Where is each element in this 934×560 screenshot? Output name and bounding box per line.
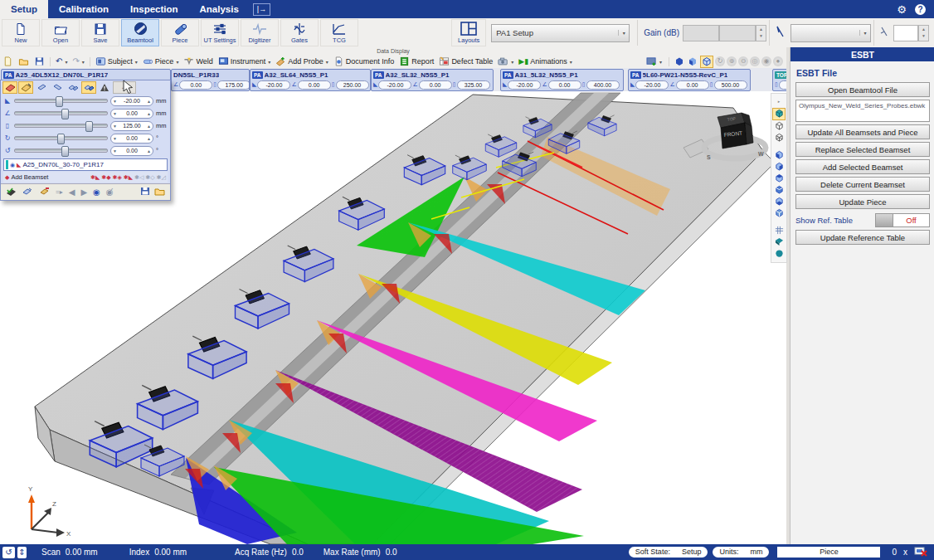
beamset-type-icon[interactable]: ✱◈ <box>113 174 122 181</box>
view-front-icon[interactable] <box>773 150 785 161</box>
slider-value-spinner[interactable]: ▼0.00▲ <box>110 134 153 144</box>
probe-pair-icon[interactable] <box>66 81 80 94</box>
zoom-out-icon[interactable]: ⊖ <box>738 56 748 66</box>
dd-save-icon[interactable] <box>32 56 47 66</box>
slider-thumb[interactable] <box>61 146 69 157</box>
probe-position-field[interactable]: 0.00 <box>676 80 709 90</box>
display-add-icon[interactable]: ▾ <box>644 56 664 66</box>
subject-menu[interactable]: Subject▾ <box>93 56 140 66</box>
collapse-handle-icon[interactable]: ▸ <box>773 96 785 107</box>
rotate-view-icon[interactable]: ↻ <box>715 56 725 66</box>
probe-position-field[interactable]: 175.00 <box>217 80 250 90</box>
help-icon[interactable]: ? <box>915 4 926 15</box>
zoom-fit-icon[interactable]: ◎ <box>750 56 760 66</box>
update-piece-button[interactable]: Update Piece <box>795 194 930 209</box>
sphere-teal-icon[interactable] <box>773 249 785 260</box>
add-probe-menu[interactable]: Add Probe▾ <box>273 56 331 66</box>
tab-calibration[interactable]: Calibration <box>48 0 119 18</box>
slider-value-spinner[interactable]: ▼-20.00▲ <box>110 96 153 106</box>
instrument-menu[interactable]: Instrument▾ <box>216 56 274 66</box>
gain-input-1[interactable] <box>683 25 719 41</box>
add-beamset-row[interactable]: ◆ Add Beamset ✱◣ ✱◆ ✱◈ ✱◣ ✱◁ ✱◇ ✱◿ <box>3 172 168 183</box>
probe-position-field[interactable]: -20.00 <box>378 80 411 90</box>
tab-inspection[interactable]: Inspection <box>119 0 189 18</box>
slider-track[interactable] <box>14 99 108 103</box>
gear-icon[interactable]: ⚙ <box>897 3 907 16</box>
save-button[interactable]: Save <box>81 19 119 46</box>
view-cube-wire2-icon[interactable] <box>773 133 785 144</box>
connection-status-icon[interactable] <box>914 546 927 558</box>
probe-position-field[interactable]: 325.00 <box>457 80 490 90</box>
zoom-window-icon[interactable]: ◉ <box>761 56 771 66</box>
probe-tab-5[interactable]: PA5L60-PW21-N5S5-RevC_P1◣-20.00∠0.00▯500… <box>628 69 751 91</box>
beam-select[interactable]: ▾ <box>790 24 871 42</box>
gain-spinner[interactable]: ▲▼ <box>756 25 766 41</box>
view-top-icon[interactable] <box>773 197 785 207</box>
hide-all-eye-icon[interactable]: ◉̸ <box>106 187 114 197</box>
skew-input[interactable] <box>893 25 918 41</box>
dd-open-icon[interactable] <box>16 56 32 66</box>
probe-tab-1[interactable]: DN5SL_P1R33∠0.00▯175.00 <box>171 69 250 91</box>
prev-probe-button[interactable]: ◀ <box>69 187 75 197</box>
slider-value-spinner[interactable]: ▼0.00▲ <box>110 146 153 156</box>
tcg-button[interactable]: TCG <box>320 19 358 46</box>
piece-button[interactable]: Piece <box>161 19 199 46</box>
probe-flip-right-icon[interactable] <box>50 81 65 94</box>
slider-value-spinner[interactable]: ▼125.00▲ <box>110 121 153 131</box>
ribbon-collapse-icon[interactable]: |→ <box>253 3 270 16</box>
delete-current-beamset-button[interactable]: Delete Current Beamset <box>795 177 930 192</box>
view-shaded-icon[interactable] <box>687 56 698 67</box>
probe-position-field[interactable]: -20.00 <box>635 80 669 90</box>
eye-icon[interactable]: ◉ <box>10 162 15 168</box>
show-all-eye-icon[interactable]: ◉ <box>93 187 100 197</box>
probe-tab-4[interactable]: PAA31_5L32_N5S5_P1◣-20.00∠0.00▯400.00 <box>500 69 624 91</box>
open-beamtool-file-button[interactable]: Open Beamtool File <box>795 82 930 97</box>
zoom-reset-icon[interactable]: ● <box>773 56 783 66</box>
view-iso-icon[interactable] <box>773 208 785 219</box>
view-cube-solid-icon[interactable] <box>772 108 786 120</box>
probe-edit-icon[interactable] <box>2 81 17 94</box>
probe-move-icon[interactable] <box>18 81 33 94</box>
probe-position-field[interactable]: 0.00 <box>419 80 452 90</box>
view-solid-icon[interactable] <box>674 56 685 67</box>
update-reference-table-button[interactable]: Update Reference Table <box>795 230 930 245</box>
slider-track[interactable] <box>14 111 108 115</box>
beamset-type-icon[interactable]: ✱◣ <box>90 174 100 181</box>
align-icon[interactable]: =▸ <box>56 188 63 196</box>
add-selected-beamset-button[interactable]: Add Selected Beamset <box>795 159 930 174</box>
probe-tab-2[interactable]: PAA32_SL64_N5S5_P1◣-20.00∠0.00▯250.00 <box>250 69 371 91</box>
slider-track[interactable] <box>14 149 108 153</box>
dd-new-icon[interactable] <box>0 56 16 66</box>
undo-button[interactable]: ↶▾ <box>53 56 70 66</box>
reset-scan-icon[interactable]: ↺ <box>2 547 15 558</box>
copy-probe-icon[interactable] <box>22 187 33 197</box>
show-ref-table-toggle[interactable]: Off <box>875 213 930 227</box>
document-info-menu[interactable]: Document Info <box>331 56 397 66</box>
open-button[interactable]: Open <box>41 19 80 46</box>
probe-pair-active-icon[interactable] <box>81 81 96 94</box>
beamset-list-item[interactable]: ◉ ◣ A25_DN70L_30-70_P1R17 <box>3 158 168 171</box>
camera-menu[interactable]: ▾ <box>495 56 516 66</box>
paste-probe-icon[interactable] <box>39 187 50 197</box>
encoder-icon[interactable]: ⇕ <box>17 547 27 558</box>
view-right-icon[interactable] <box>773 185 785 196</box>
probe-position-field[interactable]: 250.00 <box>336 80 369 90</box>
report-menu[interactable]: Report <box>396 56 436 66</box>
panel-open-icon[interactable] <box>154 187 165 197</box>
layouts-button[interactable]: Layouts <box>451 19 486 46</box>
slider-track[interactable] <box>14 124 108 128</box>
probe-position-field[interactable]: 500.00 <box>714 80 747 90</box>
probe-position-field[interactable]: 400.00 <box>586 80 620 90</box>
tab-analysis[interactable]: Analysis <box>189 0 250 18</box>
zoom-in-icon[interactable]: ⊕ <box>727 56 737 66</box>
defect-table-menu[interactable]: Defect Table <box>436 56 495 66</box>
probe-warning-icon[interactable] <box>97 81 112 94</box>
view-wireframe-icon[interactable] <box>700 56 713 68</box>
animations-menu[interactable]: ▶▮Animations▾ <box>516 56 574 66</box>
beamtool-button[interactable]: Beamtool <box>121 19 159 46</box>
slider-thumb[interactable] <box>61 109 69 119</box>
layout-preset-select[interactable]: PA1 Setup ▾ <box>491 24 630 42</box>
slider-thumb[interactable] <box>85 121 93 132</box>
gates-button[interactable]: Gates <box>280 19 319 46</box>
probe-tab-3[interactable]: PAA32_SL32_N5S5_P1◣-20.00∠0.00▯325.00 <box>371 69 494 91</box>
